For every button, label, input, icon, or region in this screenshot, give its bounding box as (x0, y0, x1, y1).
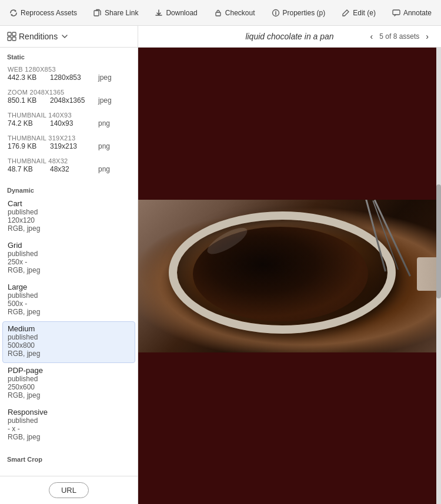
dynamic-item-name: Large (8, 283, 130, 291)
dynamic-item-name: PDP-page (8, 366, 130, 375)
share-icon (93, 9, 102, 17)
rendition-name: WEB 1280X853 (8, 66, 130, 73)
dynamic-item-name: Responsive (8, 408, 130, 416)
dynamic-item-status: published (8, 416, 130, 425)
toolbar: Reprocess Assets Share Link Download Che… (0, 0, 441, 26)
rendition-meta: 176.9 KB 319x213 png (8, 142, 130, 150)
rendition-meta: 74.2 KB 140x93 png (8, 119, 130, 127)
static-rendition-item[interactable]: THUMBNAIL 319X213 176.9 KB 319x213 png (0, 132, 138, 154)
rendition-meta: 48.7 KB 48x32 png (8, 165, 130, 173)
reprocess-label: Reprocess Assets (21, 9, 77, 17)
pencil-icon (342, 9, 350, 17)
rendition-dims: 48x32 (50, 165, 91, 173)
image-panel-bot (138, 352, 441, 505)
url-label: URL (61, 486, 76, 495)
image-panel-top (138, 48, 441, 200)
rendition-dims: 2048x1365 (50, 96, 91, 105)
dynamic-items-list: Cart published 120x120 RGB, jpeg Grid pu… (0, 196, 138, 446)
dynamic-item-status: published (8, 250, 130, 258)
chocolate-image (138, 200, 441, 352)
next-arrow[interactable]: › (423, 31, 432, 42)
dynamic-rendition-item[interactable]: Cart published 120x120 RGB, jpeg (0, 196, 138, 238)
dynamic-item-format: RGB, jpeg (8, 308, 130, 316)
static-rendition-item[interactable]: THUMBNAIL 48X32 48.7 KB 48x32 png (0, 154, 138, 177)
rendition-size: 176.9 KB (8, 142, 43, 150)
main-area: Renditions Static WEB 1280X853 442.3 KB … (0, 26, 441, 504)
checkout-button[interactable]: Checkout (209, 6, 260, 19)
properties-button[interactable]: Properties (p) (267, 6, 330, 19)
dynamic-rendition-item[interactable]: Medium published 500x800 RGB, jpeg (2, 321, 135, 363)
download-button[interactable]: Download (150, 6, 202, 19)
reprocess-button[interactable]: Reprocess Assets (5, 6, 82, 19)
static-section-heading: Static (0, 48, 138, 63)
rendition-format: jpeg (98, 96, 112, 105)
nav-text: 5 of 8 assets (379, 32, 419, 41)
annotate-button[interactable]: Annotate (387, 6, 436, 19)
properties-label: Properties (p) (283, 9, 326, 17)
edit-button[interactable]: Edit (e) (337, 6, 380, 19)
dynamic-item-status: published (8, 333, 130, 341)
rendition-format: jpeg (98, 73, 112, 82)
sidebar-scroll-area[interactable]: Static WEB 1280X853 442.3 KB 1280x853 jp… (0, 48, 138, 476)
static-items-list: WEB 1280X853 442.3 KB 1280x853 jpeg ZOOM… (0, 63, 138, 177)
rendition-name: THUMBNAIL 319X213 (8, 135, 130, 142)
renditions-header[interactable]: Renditions (0, 26, 138, 48)
share-button[interactable]: Share Link (89, 6, 143, 19)
svg-rect-1 (216, 12, 220, 16)
dynamic-rendition-item[interactable]: PDP-page published 250x600 RGB, jpeg (0, 363, 138, 405)
more-button[interactable]: ... (439, 6, 441, 19)
dynamic-rendition-item[interactable]: Large published 500x - RGB, jpeg (0, 280, 138, 321)
download-label: Download (166, 9, 197, 17)
rendition-format: png (98, 119, 110, 127)
sidebar-footer: URL (0, 476, 138, 504)
dynamic-item-format: RGB, jpeg (8, 350, 130, 358)
dynamic-item-dims: 120x120 (8, 216, 130, 224)
static-rendition-item[interactable]: THUMBNAIL 140X93 74.2 KB 140x93 png (0, 109, 138, 132)
rendition-name: THUMBNAIL 140X93 (8, 112, 130, 119)
rendition-size: 442.3 KB (8, 73, 43, 82)
edit-label: Edit (e) (353, 9, 376, 17)
dynamic-rendition-item[interactable]: Grid published 250x - RGB, jpeg (0, 238, 138, 280)
dynamic-item-dims: 500x800 (8, 341, 130, 350)
preview-nav: ‹ 5 of 8 assets › (368, 31, 432, 42)
rendition-size: 48.7 KB (8, 165, 43, 173)
static-rendition-item[interactable]: ZOOM 2048X1365 850.1 KB 2048x1365 jpeg (0, 86, 138, 109)
dynamic-item-name: Medium (8, 324, 130, 333)
dynamic-item-dims: 500x - (8, 300, 130, 308)
preview-title: liquid chocolate in a pan (245, 32, 333, 41)
preview-pane: liquid chocolate in a pan ‹ 5 of 8 asset… (138, 26, 441, 504)
dynamic-item-name: Cart (8, 199, 130, 208)
dynamic-item-dims: 250x - (8, 258, 130, 266)
rendition-size: 850.1 KB (8, 96, 43, 105)
dynamic-item-format: RGB, jpeg (8, 433, 130, 441)
rendition-name: ZOOM 2048X1365 (8, 89, 130, 96)
svg-rect-5 (12, 32, 16, 36)
url-button[interactable]: URL (49, 482, 89, 498)
scrollbar-track[interactable] (436, 48, 441, 504)
dynamic-rendition-item[interactable]: Responsive published - x - RGB, jpeg (0, 405, 138, 446)
comment-icon (392, 9, 400, 17)
svg-rect-6 (8, 37, 11, 41)
rendition-meta: 850.1 KB 2048x1365 jpeg (8, 96, 130, 105)
dynamic-item-format: RGB, jpeg (8, 391, 130, 399)
image-panel-mid (138, 200, 441, 352)
sidebar: Renditions Static WEB 1280X853 442.3 KB … (0, 26, 138, 504)
scrollbar-thumb[interactable] (436, 184, 441, 298)
lock-icon (214, 9, 222, 17)
image-panels (138, 48, 441, 504)
rendition-dims: 1280x853 (50, 73, 91, 82)
renditions-label: Renditions (19, 32, 58, 41)
rendition-dims: 319x213 (50, 142, 91, 150)
dynamic-item-status: published (8, 208, 130, 216)
dynamic-item-format: RGB, jpeg (8, 266, 130, 274)
dynamic-item-dims: 250x600 (8, 383, 130, 391)
reprocess-icon (9, 9, 18, 17)
rendition-size: 74.2 KB (8, 119, 43, 127)
prev-arrow[interactable]: ‹ (368, 31, 376, 42)
smart-crop-section-heading: Smart Crop (0, 450, 138, 469)
static-rendition-item[interactable]: WEB 1280X853 442.3 KB 1280x853 jpeg (0, 63, 138, 86)
dynamic-item-dims: - x - (8, 425, 130, 433)
rendition-dims: 140x93 (50, 119, 91, 127)
svg-rect-7 (12, 37, 16, 41)
rendition-format: png (98, 165, 110, 173)
